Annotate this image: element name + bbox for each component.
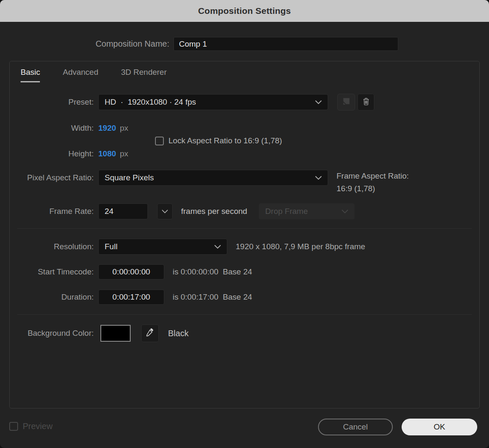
duration-info: is 0:00:17:00 Base 24 bbox=[173, 293, 252, 302]
width-row: Width: 1920 px bbox=[10, 122, 479, 134]
chevron-down-icon bbox=[315, 100, 322, 104]
tab-3d-renderer[interactable]: 3D Renderer bbox=[121, 68, 167, 82]
preset-value: HD · 1920x1080 · 24 fps bbox=[105, 98, 196, 107]
pixel-aspect-ratio-row: Pixel Aspect Ratio: Square Pixels bbox=[10, 170, 479, 186]
lock-aspect-checkbox[interactable] bbox=[155, 137, 164, 145]
frame-rate-dropdown-button[interactable] bbox=[157, 203, 173, 219]
resolution-value: Full bbox=[105, 242, 118, 251]
start-timecode-input[interactable]: 0:00:00:00 bbox=[98, 264, 164, 279]
duration-row: Duration: 0:00:17:00 is 0:00:17:00 Base … bbox=[10, 290, 479, 305]
frame-rate-value: 24 bbox=[105, 207, 113, 216]
height-row: Height: 1080 px bbox=[10, 148, 479, 160]
drop-frame-value: Drop Frame bbox=[265, 207, 308, 216]
height-label: Height: bbox=[10, 149, 98, 158]
pixel-aspect-ratio-value: Square Pixels bbox=[105, 173, 154, 182]
dialog-title: Composition Settings bbox=[198, 6, 291, 16]
divider bbox=[17, 228, 472, 229]
composition-settings-dialog: Composition Settings Composition Name: B… bbox=[0, 0, 489, 448]
tab-bar: Basic Advanced 3D Renderer bbox=[21, 68, 167, 82]
frame-rate-label: Frame Rate: bbox=[10, 207, 98, 216]
delete-preset-button[interactable] bbox=[358, 94, 374, 111]
width-label: Width: bbox=[10, 124, 98, 133]
frame-aspect-ratio-label: Frame Aspect Ratio: bbox=[337, 170, 409, 182]
start-timecode-row: Start Timecode: 0:00:00:00 is 0:00:00:00… bbox=[10, 264, 479, 279]
save-preset-icon bbox=[342, 98, 350, 107]
background-color-swatch[interactable] bbox=[100, 325, 131, 342]
ok-button[interactable]: OK bbox=[402, 419, 477, 435]
duration-label: Duration: bbox=[10, 293, 98, 302]
titlebar: Composition Settings bbox=[0, 0, 489, 22]
settings-panel: Basic Advanced 3D Renderer Preset: HD · … bbox=[9, 61, 480, 408]
lock-aspect-row: Lock Aspect Ratio to 16:9 (1,78) bbox=[155, 136, 479, 146]
frame-rate-row: Frame Rate: 24 frames per second Drop Fr… bbox=[10, 203, 479, 219]
resolution-dropdown[interactable]: Full bbox=[98, 239, 227, 255]
composition-name-label: Composition Name: bbox=[0, 39, 169, 49]
preview-row: Preview bbox=[9, 422, 53, 431]
resolution-label: Resolution: bbox=[10, 242, 98, 251]
background-color-name: Black bbox=[168, 329, 189, 338]
cancel-button[interactable]: Cancel bbox=[318, 419, 393, 435]
frame-aspect-ratio-block: Frame Aspect Ratio: 16:9 (1,78) bbox=[337, 170, 409, 195]
height-unit: px bbox=[120, 149, 128, 158]
frame-rate-input[interactable]: 24 bbox=[98, 203, 148, 219]
width-unit: px bbox=[120, 124, 128, 133]
duration-value: 0:00:17:00 bbox=[113, 293, 150, 302]
width-value[interactable]: 1920 bbox=[98, 124, 116, 133]
pixel-aspect-ratio-dropdown[interactable]: Square Pixels bbox=[98, 170, 328, 186]
height-value[interactable]: 1080 bbox=[98, 149, 116, 158]
chevron-down-icon bbox=[162, 208, 168, 215]
frame-rate-unit: frames per second bbox=[181, 207, 247, 216]
chevron-down-icon bbox=[315, 176, 322, 180]
background-color-row: Background Color: Black bbox=[10, 324, 479, 343]
chevron-down-icon bbox=[214, 245, 221, 249]
tab-basic[interactable]: Basic bbox=[21, 68, 40, 82]
start-timecode-info: is 0:00:00:00 Base 24 bbox=[173, 267, 252, 277]
background-color-label: Background Color: bbox=[10, 329, 98, 338]
resolution-info: 1920 x 1080, 7,9 MB per 8bpc frame bbox=[236, 242, 365, 251]
drop-frame-dropdown: Drop Frame bbox=[259, 203, 355, 219]
preview-label: Preview bbox=[23, 422, 53, 431]
trash-icon bbox=[363, 98, 370, 107]
resolution-row: Resolution: Full 1920 x 1080, 7,9 MB per… bbox=[10, 239, 479, 255]
start-timecode-label: Start Timecode: bbox=[10, 267, 98, 277]
preview-checkbox bbox=[9, 422, 18, 431]
preset-label: Preset: bbox=[10, 98, 98, 107]
pixel-aspect-ratio-label: Pixel Aspect Ratio: bbox=[10, 173, 98, 182]
composition-name-input[interactable] bbox=[174, 37, 398, 51]
eyedropper-icon bbox=[146, 328, 154, 338]
preset-dropdown[interactable]: HD · 1920x1080 · 24 fps bbox=[98, 94, 328, 110]
eyedropper-button[interactable] bbox=[141, 324, 159, 342]
lock-aspect-label: Lock Aspect Ratio to 16:9 (1,78) bbox=[168, 136, 282, 145]
duration-input[interactable]: 0:00:17:00 bbox=[98, 290, 164, 305]
chevron-down-icon bbox=[342, 210, 348, 213]
tab-advanced[interactable]: Advanced bbox=[63, 68, 98, 82]
save-preset-button[interactable] bbox=[337, 94, 355, 111]
start-timecode-value: 0:00:00:00 bbox=[113, 267, 150, 277]
preset-row: Preset: HD · 1920x1080 · 24 fps bbox=[10, 94, 479, 111]
divider bbox=[17, 314, 472, 315]
frame-aspect-ratio-value: 16:9 (1,78) bbox=[337, 182, 409, 195]
